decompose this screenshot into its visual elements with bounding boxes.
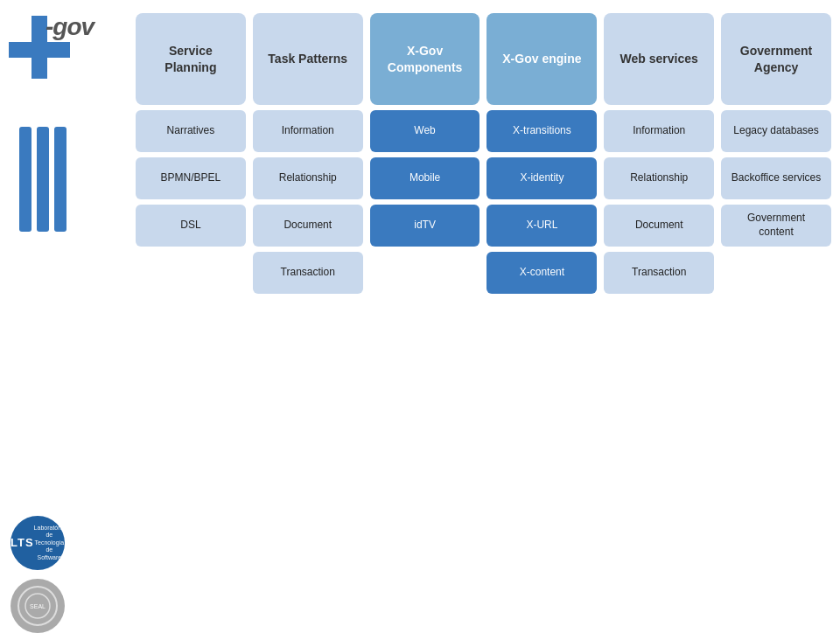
- card-x-url: X-URL: [486, 205, 597, 247]
- column-government-agency: Government Agency Legacy databases Backo…: [721, 13, 831, 631]
- columns-wrapper: Service Planning Narratives BPMN/BPEL DS…: [136, 13, 831, 631]
- card-x-content: X-content: [486, 252, 597, 294]
- xgov-logo: -gov: [9, 9, 96, 87]
- card-information-task: Information: [253, 110, 363, 152]
- card-idtv: idTV: [370, 205, 480, 247]
- card-backoffice-services: Backoffice services: [721, 157, 831, 199]
- card-transaction-web: Transaction: [604, 252, 714, 294]
- card-narratives: Narratives: [136, 110, 246, 152]
- card-mobile: Mobile: [370, 157, 480, 199]
- col-header-government-agency: Government Agency: [721, 13, 831, 105]
- column-xgov-engine: X-Gov engine X-transitions X-identity X-…: [486, 13, 597, 631]
- card-bpmn-bpel: BPMN/BPEL: [136, 157, 246, 199]
- card-x-transitions: X-transitions: [486, 110, 597, 152]
- card-relationship-task: Relationship: [253, 157, 363, 199]
- col-header-xgov-engine: X-Gov engine: [486, 13, 597, 105]
- card-x-identity: X-identity: [486, 157, 597, 199]
- card-legacy-databases: Legacy databases: [721, 110, 831, 152]
- card-transaction-task: Transaction: [253, 252, 363, 294]
- col-header-web-services: Web services: [604, 13, 714, 105]
- lts-logo: LTS Laboratóriode Tecnologiade Software: [10, 516, 65, 570]
- bar-3: [54, 127, 66, 232]
- card-web: Web: [370, 110, 480, 152]
- column-web-services: Web services Information Relationship Do…: [604, 13, 714, 631]
- logo-area: -gov: [9, 9, 122, 122]
- col-header-service-planning: Service Planning: [136, 13, 246, 105]
- card-government-content: Government content: [721, 205, 831, 247]
- column-xgov-components: X-Gov Components Web Mobile idTV: [370, 13, 480, 631]
- card-information-web: Information: [604, 110, 714, 152]
- card-document-web: Document: [604, 205, 714, 247]
- card-dsl: DSL: [136, 205, 246, 247]
- bars-decoration: [19, 127, 66, 232]
- gov-text: -gov: [46, 13, 94, 41]
- main-content: Service Planning Narratives BPMN/BPEL DS…: [136, 13, 831, 631]
- column-service-planning: Service Planning Narratives BPMN/BPEL DS…: [136, 13, 246, 631]
- seal-logo: SEAL: [10, 579, 65, 633]
- card-relationship-web: Relationship: [604, 157, 714, 199]
- bar-2: [37, 127, 49, 232]
- bar-1: [19, 127, 32, 232]
- col-header-task-patterns: Task Patterns: [253, 13, 363, 105]
- card-document-task: Document: [253, 205, 363, 247]
- cross-horizontal: [9, 42, 70, 58]
- column-task-patterns: Task Patterns Information Relationship D…: [253, 13, 363, 631]
- svg-text:SEAL: SEAL: [30, 603, 46, 609]
- col-header-xgov-components: X-Gov Components: [370, 13, 480, 105]
